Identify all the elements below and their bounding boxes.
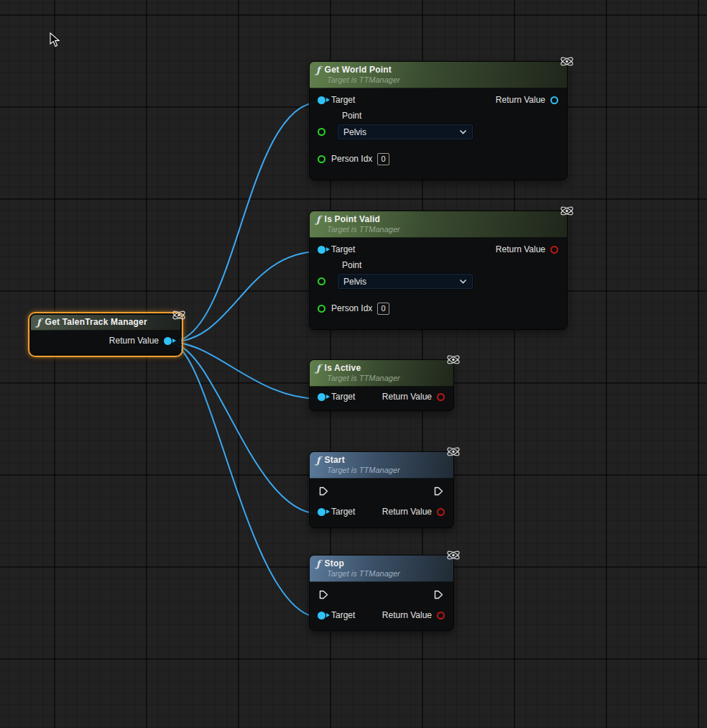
person-idx-input-pin[interactable] <box>318 155 325 163</box>
pin-label: Return Value <box>109 336 159 346</box>
target-input-pin[interactable] <box>318 246 325 254</box>
point-input-pin[interactable] <box>318 128 325 136</box>
person-idx-input[interactable]: 0 <box>377 153 389 165</box>
pin-label: Person Idx <box>331 154 372 164</box>
node-title: Get TalenTrack Manager <box>45 317 147 327</box>
node-title: Stop <box>325 558 344 568</box>
atom-icon <box>445 353 461 367</box>
dropdown-selected-value: Pelvis <box>343 127 366 137</box>
function-icon: ƒ <box>37 318 41 327</box>
function-icon: ƒ <box>316 559 320 568</box>
node-header[interactable]: ƒ Start Target is TTManager <box>310 452 453 479</box>
pin-label: Return Value <box>496 95 545 105</box>
return-value-output-pin[interactable] <box>437 612 445 619</box>
node-is-active[interactable]: ƒ Is Active Target is TTManager Target R… <box>309 359 454 411</box>
pin-label: Return Value <box>496 244 545 254</box>
mouse-cursor <box>50 32 61 51</box>
function-icon: ƒ <box>316 215 320 224</box>
node-title: Start <box>325 455 345 465</box>
atom-icon <box>445 548 461 562</box>
exec-output-pin[interactable] <box>434 590 443 602</box>
node-subtitle: Target is TTManager <box>327 75 560 84</box>
atom-icon <box>445 445 461 459</box>
pin-label: Point <box>342 111 558 121</box>
node-title: Get World Point <box>325 65 392 75</box>
exec-input-pin[interactable] <box>319 487 328 498</box>
wire-manager-to-start <box>170 343 320 514</box>
target-input-pin[interactable] <box>318 612 325 619</box>
atom-icon <box>559 204 575 218</box>
function-icon: ƒ <box>316 65 320 75</box>
wire-manager-to-stop <box>170 343 320 617</box>
target-input-pin[interactable] <box>318 96 325 104</box>
pin-label: Target <box>331 610 355 620</box>
node-title: Is Active <box>325 363 361 373</box>
return-value-output-pin[interactable] <box>550 96 558 104</box>
pin-label: Return Value <box>382 610 432 620</box>
chevron-down-icon <box>459 279 467 284</box>
dropdown-selected-value: Pelvis <box>343 277 366 287</box>
node-subtitle: Target is TTManager <box>327 569 447 578</box>
point-dropdown[interactable]: Pelvis <box>337 124 473 140</box>
return-value-output-pin[interactable] <box>164 337 172 345</box>
pin-label: Point <box>342 260 558 270</box>
pin-label: Target <box>331 244 355 254</box>
wire-manager-to-is-active <box>170 342 320 399</box>
point-input-pin[interactable] <box>318 277 325 285</box>
return-value-output-pin[interactable] <box>437 508 445 516</box>
wire-manager-to-get-world-point <box>170 102 320 342</box>
node-subtitle: Target is TTManager <box>327 466 447 474</box>
function-icon: ƒ <box>316 364 320 373</box>
blueprint-graph-canvas[interactable]: ƒ Get World Point Target is TTManager Ta… <box>0 0 707 728</box>
node-start[interactable]: ƒ Start Target is TTManager Target Retur… <box>309 451 454 528</box>
pin-label: Return Value <box>382 507 432 517</box>
node-header[interactable]: ƒ Is Point Valid Target is TTManager <box>310 211 567 238</box>
node-header[interactable]: ƒ Get World Point Target is TTManager <box>310 62 567 88</box>
node-subtitle: Target is TTManager <box>327 225 560 234</box>
node-subtitle: Target is TTManager <box>327 374 447 382</box>
person-idx-input-pin[interactable] <box>318 305 325 313</box>
point-dropdown[interactable]: Pelvis <box>337 273 473 290</box>
chevron-down-icon <box>459 129 467 134</box>
pin-label: Target <box>331 392 355 402</box>
node-stop[interactable]: ƒ Stop Target is TTManager Target Return… <box>309 555 454 631</box>
atom-icon <box>171 308 187 322</box>
atom-icon <box>559 55 575 68</box>
exec-input-pin[interactable] <box>319 590 328 602</box>
node-get-world-point[interactable]: ƒ Get World Point Target is TTManager Ta… <box>309 61 568 180</box>
return-value-output-pin[interactable] <box>550 246 558 254</box>
exec-output-pin[interactable] <box>434 487 443 498</box>
pin-label: Target <box>331 95 355 105</box>
function-icon: ƒ <box>316 456 320 465</box>
node-title: Is Point Valid <box>325 214 380 224</box>
wire-manager-to-is-point-valid <box>170 252 320 342</box>
person-idx-input[interactable]: 0 <box>377 303 389 315</box>
node-header[interactable]: ƒ Is Active Target is TTManager <box>310 360 453 387</box>
return-value-output-pin[interactable] <box>437 393 445 401</box>
node-get-talentrack-manager[interactable]: ƒ Get TalenTrack Manager Return Value <box>30 314 181 355</box>
pin-label: Person Idx <box>331 303 372 313</box>
node-is-point-valid[interactable]: ƒ Is Point Valid Target is TTManager Tar… <box>309 211 568 330</box>
target-input-pin[interactable] <box>318 508 325 516</box>
node-header[interactable]: ƒ Get TalenTrack Manager <box>31 315 180 331</box>
target-input-pin[interactable] <box>318 393 325 401</box>
node-header[interactable]: ƒ Stop Target is TTManager <box>310 556 453 582</box>
pin-label: Target <box>331 507 355 517</box>
pin-label: Return Value <box>382 392 432 402</box>
